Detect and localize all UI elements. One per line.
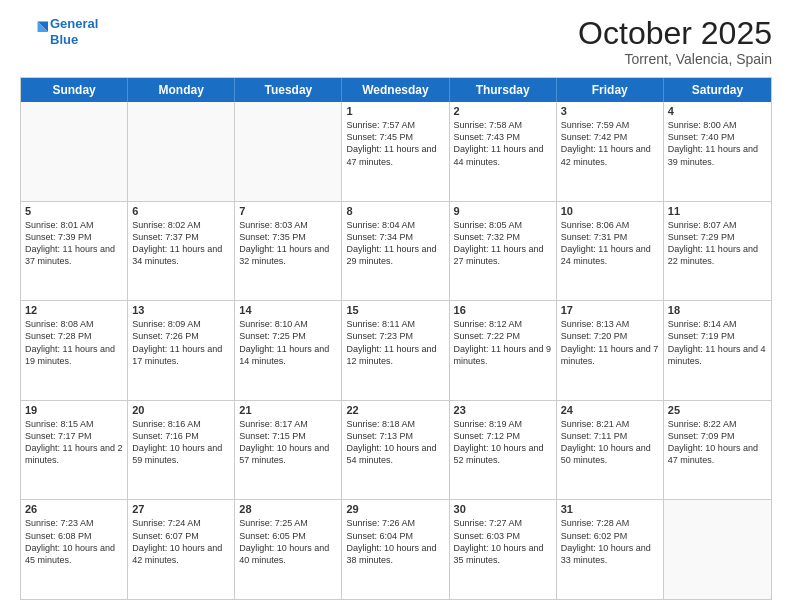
day-headers: Sunday Monday Tuesday Wednesday Thursday…: [21, 78, 771, 102]
day-cell-22: 22 Sunrise: 8:18 AMSunset: 7:13 PMDaylig…: [342, 401, 449, 500]
day-number: 24: [561, 404, 659, 416]
day-cell-2: 2 Sunrise: 7:58 AMSunset: 7:43 PMDayligh…: [450, 102, 557, 201]
day-cell-5: 5 Sunrise: 8:01 AMSunset: 7:39 PMDayligh…: [21, 202, 128, 301]
day-number: 15: [346, 304, 444, 316]
header-monday: Monday: [128, 78, 235, 102]
day-info: Sunrise: 8:13 AMSunset: 7:20 PMDaylight:…: [561, 318, 659, 367]
day-number: 12: [25, 304, 123, 316]
day-number: 22: [346, 404, 444, 416]
logo-general: General: [50, 16, 98, 31]
day-number: 5: [25, 205, 123, 217]
empty-cell: [664, 500, 771, 599]
day-cell-6: 6 Sunrise: 8:02 AMSunset: 7:37 PMDayligh…: [128, 202, 235, 301]
day-cell-3: 3 Sunrise: 7:59 AMSunset: 7:42 PMDayligh…: [557, 102, 664, 201]
week-row-4: 26 Sunrise: 7:23 AMSunset: 6:08 PMDaylig…: [21, 499, 771, 599]
day-info: Sunrise: 8:21 AMSunset: 7:11 PMDaylight:…: [561, 418, 659, 467]
header-friday: Friday: [557, 78, 664, 102]
day-cell-26: 26 Sunrise: 7:23 AMSunset: 6:08 PMDaylig…: [21, 500, 128, 599]
header-saturday: Saturday: [664, 78, 771, 102]
day-info: Sunrise: 8:10 AMSunset: 7:25 PMDaylight:…: [239, 318, 337, 367]
day-number: 6: [132, 205, 230, 217]
day-number: 23: [454, 404, 552, 416]
day-number: 18: [668, 304, 767, 316]
calendar-body: 1 Sunrise: 7:57 AMSunset: 7:45 PMDayligh…: [21, 102, 771, 599]
day-cell-11: 11 Sunrise: 8:07 AMSunset: 7:29 PMDaylig…: [664, 202, 771, 301]
day-cell-27: 27 Sunrise: 7:24 AMSunset: 6:07 PMDaylig…: [128, 500, 235, 599]
day-info: Sunrise: 8:18 AMSunset: 7:13 PMDaylight:…: [346, 418, 444, 467]
day-info: Sunrise: 7:58 AMSunset: 7:43 PMDaylight:…: [454, 119, 552, 168]
day-number: 25: [668, 404, 767, 416]
day-info: Sunrise: 8:16 AMSunset: 7:16 PMDaylight:…: [132, 418, 230, 467]
day-number: 20: [132, 404, 230, 416]
header: General Blue October 2025 Torrent, Valen…: [20, 16, 772, 67]
day-number: 2: [454, 105, 552, 117]
logo-text: General Blue: [50, 16, 98, 47]
empty-cell: [128, 102, 235, 201]
day-cell-18: 18 Sunrise: 8:14 AMSunset: 7:19 PMDaylig…: [664, 301, 771, 400]
day-cell-1: 1 Sunrise: 7:57 AMSunset: 7:45 PMDayligh…: [342, 102, 449, 201]
day-number: 14: [239, 304, 337, 316]
empty-cell: [21, 102, 128, 201]
day-info: Sunrise: 8:08 AMSunset: 7:28 PMDaylight:…: [25, 318, 123, 367]
day-cell-15: 15 Sunrise: 8:11 AMSunset: 7:23 PMDaylig…: [342, 301, 449, 400]
day-cell-25: 25 Sunrise: 8:22 AMSunset: 7:09 PMDaylig…: [664, 401, 771, 500]
month-title: October 2025: [578, 16, 772, 51]
day-info: Sunrise: 8:22 AMSunset: 7:09 PMDaylight:…: [668, 418, 767, 467]
day-number: 8: [346, 205, 444, 217]
day-number: 17: [561, 304, 659, 316]
week-row-0: 1 Sunrise: 7:57 AMSunset: 7:45 PMDayligh…: [21, 102, 771, 201]
location: Torrent, Valencia, Spain: [578, 51, 772, 67]
day-cell-30: 30 Sunrise: 7:27 AMSunset: 6:03 PMDaylig…: [450, 500, 557, 599]
day-info: Sunrise: 7:27 AMSunset: 6:03 PMDaylight:…: [454, 517, 552, 566]
day-info: Sunrise: 8:11 AMSunset: 7:23 PMDaylight:…: [346, 318, 444, 367]
logo: General Blue: [20, 16, 98, 47]
day-number: 11: [668, 205, 767, 217]
day-number: 31: [561, 503, 659, 515]
day-cell-10: 10 Sunrise: 8:06 AMSunset: 7:31 PMDaylig…: [557, 202, 664, 301]
day-cell-7: 7 Sunrise: 8:03 AMSunset: 7:35 PMDayligh…: [235, 202, 342, 301]
day-number: 21: [239, 404, 337, 416]
week-row-1: 5 Sunrise: 8:01 AMSunset: 7:39 PMDayligh…: [21, 201, 771, 301]
day-info: Sunrise: 7:59 AMSunset: 7:42 PMDaylight:…: [561, 119, 659, 168]
day-info: Sunrise: 8:06 AMSunset: 7:31 PMDaylight:…: [561, 219, 659, 268]
day-info: Sunrise: 8:17 AMSunset: 7:15 PMDaylight:…: [239, 418, 337, 467]
day-info: Sunrise: 8:03 AMSunset: 7:35 PMDaylight:…: [239, 219, 337, 268]
header-sunday: Sunday: [21, 78, 128, 102]
day-info: Sunrise: 7:23 AMSunset: 6:08 PMDaylight:…: [25, 517, 123, 566]
day-info: Sunrise: 7:26 AMSunset: 6:04 PMDaylight:…: [346, 517, 444, 566]
day-info: Sunrise: 8:07 AMSunset: 7:29 PMDaylight:…: [668, 219, 767, 268]
logo-icon: [20, 18, 48, 46]
day-number: 7: [239, 205, 337, 217]
day-info: Sunrise: 7:57 AMSunset: 7:45 PMDaylight:…: [346, 119, 444, 168]
day-info: Sunrise: 8:05 AMSunset: 7:32 PMDaylight:…: [454, 219, 552, 268]
day-info: Sunrise: 8:14 AMSunset: 7:19 PMDaylight:…: [668, 318, 767, 367]
day-cell-17: 17 Sunrise: 8:13 AMSunset: 7:20 PMDaylig…: [557, 301, 664, 400]
day-number: 28: [239, 503, 337, 515]
day-info: Sunrise: 7:25 AMSunset: 6:05 PMDaylight:…: [239, 517, 337, 566]
week-row-3: 19 Sunrise: 8:15 AMSunset: 7:17 PMDaylig…: [21, 400, 771, 500]
day-cell-21: 21 Sunrise: 8:17 AMSunset: 7:15 PMDaylig…: [235, 401, 342, 500]
day-info: Sunrise: 8:01 AMSunset: 7:39 PMDaylight:…: [25, 219, 123, 268]
header-tuesday: Tuesday: [235, 78, 342, 102]
day-info: Sunrise: 8:04 AMSunset: 7:34 PMDaylight:…: [346, 219, 444, 268]
header-wednesday: Wednesday: [342, 78, 449, 102]
day-number: 19: [25, 404, 123, 416]
day-number: 13: [132, 304, 230, 316]
day-number: 30: [454, 503, 552, 515]
day-cell-16: 16 Sunrise: 8:12 AMSunset: 7:22 PMDaylig…: [450, 301, 557, 400]
day-number: 3: [561, 105, 659, 117]
day-info: Sunrise: 7:28 AMSunset: 6:02 PMDaylight:…: [561, 517, 659, 566]
day-info: Sunrise: 8:09 AMSunset: 7:26 PMDaylight:…: [132, 318, 230, 367]
day-info: Sunrise: 8:15 AMSunset: 7:17 PMDaylight:…: [25, 418, 123, 467]
day-number: 27: [132, 503, 230, 515]
day-number: 16: [454, 304, 552, 316]
empty-cell: [235, 102, 342, 201]
day-info: Sunrise: 8:19 AMSunset: 7:12 PMDaylight:…: [454, 418, 552, 467]
day-number: 1: [346, 105, 444, 117]
day-cell-19: 19 Sunrise: 8:15 AMSunset: 7:17 PMDaylig…: [21, 401, 128, 500]
logo-blue: Blue: [50, 32, 78, 47]
day-cell-9: 9 Sunrise: 8:05 AMSunset: 7:32 PMDayligh…: [450, 202, 557, 301]
day-cell-4: 4 Sunrise: 8:00 AMSunset: 7:40 PMDayligh…: [664, 102, 771, 201]
day-number: 4: [668, 105, 767, 117]
day-number: 10: [561, 205, 659, 217]
